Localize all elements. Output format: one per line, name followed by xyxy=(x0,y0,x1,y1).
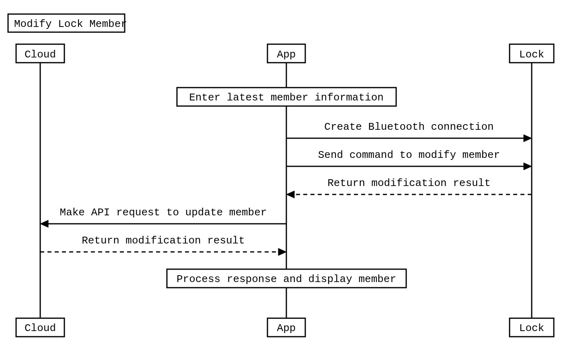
participant-lock-label: Lock xyxy=(519,49,544,61)
participant-lock-label-bottom: Lock xyxy=(519,322,544,334)
svg-marker-8 xyxy=(524,163,532,170)
sequence-diagram: Modify Lock Member Cloud App Lock Enter … xyxy=(0,0,588,364)
note-enter-info-label: Enter latest member information xyxy=(189,92,384,104)
participant-app-label-bottom: App xyxy=(277,322,296,334)
participant-lock-top: Lock xyxy=(510,44,554,63)
msg-return-lock-label: Return modification result xyxy=(327,177,491,189)
svg-marker-6 xyxy=(524,135,532,142)
msg-send-modify: Send command to modify member xyxy=(286,149,532,170)
msg-return-cloud: Return modification result xyxy=(40,235,286,256)
participant-app-top: App xyxy=(267,44,305,63)
participant-cloud-label: Cloud xyxy=(25,49,56,61)
svg-marker-12 xyxy=(40,220,48,227)
msg-return-lock: Return modification result xyxy=(286,177,532,198)
msg-return-cloud-label: Return modification result xyxy=(82,235,245,247)
participant-cloud-top: Cloud xyxy=(16,44,64,63)
msg-bt-connect-label: Create Bluetooth connection xyxy=(324,121,493,133)
note-enter-info: Enter latest member information xyxy=(177,88,396,106)
note-process-response: Process response and display member xyxy=(167,269,406,288)
msg-api-update: Make API request to update member xyxy=(40,207,286,227)
participant-lock-bottom: Lock xyxy=(510,318,554,337)
participant-cloud-label-bottom: Cloud xyxy=(25,322,56,334)
diagram-title: Modify Lock Member xyxy=(14,18,127,30)
participant-cloud-bottom: Cloud xyxy=(16,318,64,337)
svg-marker-10 xyxy=(286,191,294,198)
note-process-response-label: Process response and display member xyxy=(177,273,396,285)
msg-send-modify-label: Send command to modify member xyxy=(318,149,500,161)
msg-api-update-label: Make API request to update member xyxy=(60,207,267,219)
svg-marker-14 xyxy=(278,248,286,256)
participant-app-label: App xyxy=(277,49,296,61)
participant-app-bottom: App xyxy=(267,318,305,337)
diagram-title-box: Modify Lock Member xyxy=(8,14,127,32)
msg-bt-connect: Create Bluetooth connection xyxy=(286,121,532,142)
